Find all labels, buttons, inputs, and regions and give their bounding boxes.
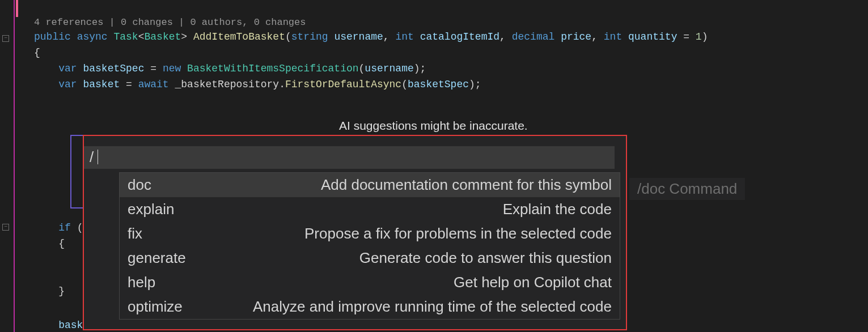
suggestion-desc: Propose a fix for problems in the select… [304, 225, 612, 242]
slash-prefix: / [90, 148, 94, 166]
suggestion-desc: Generate code to answer this question [359, 249, 612, 267]
code-line[interactable]: if ( [34, 220, 83, 236]
collapse-toggle-icon[interactable]: − [2, 224, 9, 231]
suggestions-list: doc Add documentation comment for this s… [119, 172, 620, 320]
scope-indicator-accent [16, 0, 18, 17]
suggestion-cmd: generate [128, 249, 186, 267]
code-line[interactable]: { [34, 236, 83, 252]
text-caret [98, 150, 98, 164]
suggestion-item-help[interactable]: help Get help on Copilot chat [120, 270, 620, 295]
suggestion-desc: Analyze and improve running time of the … [253, 298, 612, 316]
code-line[interactable]: bask [34, 317, 83, 332]
code-editor[interactable]: − − 4 references | 0 changes | 0 authors… [0, 0, 868, 332]
code-line[interactable]: public async Task<Basket> AddItemToBaske… [34, 29, 708, 45]
suggestion-desc: Explain the code [503, 201, 612, 218]
suggestion-item-optimize[interactable]: optimize Analyze and improve running tim… [120, 295, 620, 319]
suggestion-item-explain[interactable]: explain Explain the code [120, 197, 620, 222]
code-line[interactable]: } [34, 283, 83, 299]
suggestion-item-doc[interactable]: doc Add documentation comment for this s… [120, 173, 620, 197]
suggestions-popup: / doc Add documentation comment for this… [83, 135, 627, 330]
suggestion-item-generate[interactable]: generate Generate code to answer this qu… [120, 246, 620, 270]
suggestion-cmd: optimize [128, 298, 183, 316]
code-line[interactable]: var basketSpec = new BasketWithItemsSpec… [34, 61, 708, 76]
suggestion-desc: Get help on Copilot chat [454, 274, 612, 291]
code-line[interactable] [34, 252, 83, 267]
suggestion-desc: Add documentation comment for this symbo… [321, 176, 612, 194]
suggestion-cmd: explain [128, 201, 174, 218]
suggestion-cmd: help [128, 274, 155, 291]
codelens-info[interactable]: 4 references | 0 changes | 0 authors, 0 … [34, 17, 708, 28]
suggestion-item-fix[interactable]: fix Propose a fix for problems in the se… [120, 222, 620, 246]
command-hint: /doc Command [629, 178, 745, 200]
suggestion-cmd: doc [128, 176, 151, 194]
collapse-toggle-icon[interactable]: − [2, 35, 9, 42]
code-line[interactable]: var basket = await _basketRepository.Fir… [34, 76, 708, 92]
suggestion-cmd: fix [128, 225, 142, 242]
scope-indicator [14, 0, 15, 332]
code-line[interactable] [34, 267, 83, 283]
ai-disclaimer: AI suggestions might be inaccurate. [339, 119, 528, 133]
code-line[interactable]: { [34, 45, 708, 61]
